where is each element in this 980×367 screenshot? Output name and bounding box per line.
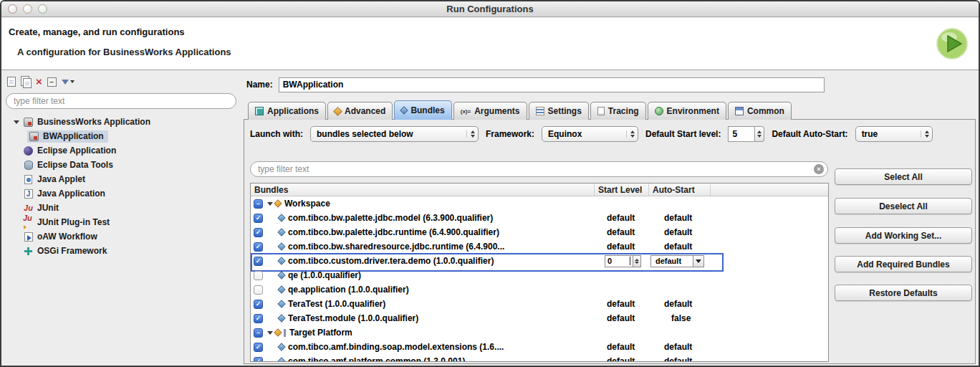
default-start-level-spinner[interactable]: 5 xyxy=(728,126,764,142)
name-input[interactable] xyxy=(279,77,825,92)
default-auto-start-select[interactable]: true xyxy=(855,126,933,142)
duplicate-configuration-button[interactable] xyxy=(21,75,31,88)
target-platform-icon xyxy=(274,328,282,336)
tracing-icon xyxy=(597,107,605,115)
twistie-icon[interactable] xyxy=(267,202,273,206)
table-row-group-target-platform[interactable]: Target Platform xyxy=(251,325,828,340)
table-row-selected[interactable]: com.tibco.custom.driver.tera.demo (1.0.0… xyxy=(251,254,828,268)
start-level-cell: default xyxy=(595,356,649,362)
clear-filter-icon[interactable]: × xyxy=(814,164,824,174)
stepper-icon[interactable] xyxy=(755,126,764,142)
launch-options-bar: Launch with: bundles selected below Fram… xyxy=(250,125,969,143)
column-header-start-level[interactable]: Start Level xyxy=(595,184,649,196)
table-row[interactable]: TeraTest.module (1.0.0.qualifier) defaul… xyxy=(251,311,828,325)
start-level-input[interactable]: 0 xyxy=(605,255,633,267)
column-header-bundles[interactable]: Bundles xyxy=(251,184,595,196)
start-level-cell: default xyxy=(595,313,649,323)
framework-select[interactable]: Equinox xyxy=(542,126,638,142)
tab-tracing[interactable]: Tracing xyxy=(590,102,646,120)
row-checkbox[interactable] xyxy=(254,199,263,209)
tab-bar: Applications Advanced Bundles Arguments … xyxy=(248,100,793,120)
sidebar-item-eclipse-data-tools[interactable]: Eclipse Data Tools xyxy=(6,158,241,172)
tree-item-label: Eclipse Application xyxy=(37,146,116,156)
table-row[interactable]: com.tibco.bw.palette.jdbc.runtime (6.4.9… xyxy=(251,225,828,239)
plugin-icon xyxy=(277,285,285,293)
sidebar-item-junit[interactable]: JUnit xyxy=(6,201,241,215)
twistie-icon[interactable] xyxy=(11,120,21,124)
sidebar-item-java-application[interactable]: JJava Application xyxy=(6,186,241,201)
table-row[interactable]: com.tibco.amf.platform.common (1.3.0.001… xyxy=(251,354,828,362)
collapse-all-button[interactable]: − xyxy=(47,75,57,88)
tree-item-label: BWApplication xyxy=(43,131,104,141)
row-checkbox[interactable] xyxy=(254,271,263,280)
row-checkbox[interactable] xyxy=(254,357,263,363)
row-checkbox[interactable] xyxy=(254,300,263,309)
auto-start-combo[interactable]: default xyxy=(650,255,704,267)
sidebar-item-bwapplication[interactable]: BWApplication xyxy=(6,129,241,143)
add-working-set-button[interactable]: Add Working Set... xyxy=(835,227,972,244)
tab-common[interactable]: Common xyxy=(728,102,792,120)
sidebar-item-businessworks-application[interactable]: BusinessWorks Application xyxy=(6,115,241,129)
tab-arguments[interactable]: Arguments xyxy=(453,102,527,120)
start-level-value: 5 xyxy=(728,126,755,142)
table-row-group-workspace[interactable]: Workspace xyxy=(251,196,828,211)
new-configuration-button[interactable] xyxy=(7,75,16,88)
row-label: TeraTest.module (1.0.0.qualifier) xyxy=(288,313,418,323)
row-label: com.tibco.custom.driver.tera.demo (1.0.0… xyxy=(288,256,494,266)
table-row[interactable]: qe (1.0.0.qualifier) xyxy=(251,268,828,282)
collapse-all-icon: − xyxy=(47,77,57,87)
row-checkbox[interactable] xyxy=(254,228,263,237)
row-checkbox[interactable] xyxy=(254,343,263,352)
deselect-all-button[interactable]: Deselect All xyxy=(835,198,972,214)
filter-menu-button[interactable] xyxy=(62,75,75,88)
row-checkbox[interactable] xyxy=(254,285,263,295)
table-row[interactable]: TeraTest (1.0.0.qualifier) default defau… xyxy=(251,297,828,311)
add-required-bundles-button[interactable]: Add Required Bundles xyxy=(835,256,972,272)
bundle-filter-input[interactable] xyxy=(250,161,828,177)
launch-with-select[interactable]: bundles selected below xyxy=(310,126,479,142)
column-header-auto-start[interactable]: Auto-Start xyxy=(649,184,711,196)
plugin-icon xyxy=(277,242,285,250)
java-icon: J xyxy=(23,189,34,199)
row-checkbox[interactable] xyxy=(254,257,263,266)
businessworks-icon xyxy=(23,117,34,128)
auto-start-editor: default xyxy=(649,255,735,267)
row-checkbox[interactable] xyxy=(254,328,263,338)
tab-applications[interactable]: Applications xyxy=(248,102,326,120)
table-row[interactable]: qe.application (1.0.0.qualifier) xyxy=(251,282,828,297)
sidebar-item-java-applet[interactable]: Java Applet xyxy=(6,172,241,186)
workspace-icon xyxy=(274,199,282,207)
stepper-icon[interactable] xyxy=(633,255,641,267)
tab-settings[interactable]: Settings xyxy=(529,102,589,120)
tab-bundles[interactable]: Bundles xyxy=(394,100,451,120)
restore-defaults-button[interactable]: Restore Defaults xyxy=(835,285,972,301)
applet-icon xyxy=(23,174,34,185)
tab-environment[interactable]: Environment xyxy=(648,102,726,120)
tab-advanced[interactable]: Advanced xyxy=(327,102,393,120)
twistie-icon[interactable] xyxy=(267,331,273,335)
tree-item-label: Java Application xyxy=(37,189,105,199)
name-row: Name: xyxy=(246,77,825,92)
select-all-button[interactable]: Select All xyxy=(835,168,972,185)
table-header: Bundles Start Level Auto-Start xyxy=(251,184,828,196)
combo-arrow-button[interactable] xyxy=(693,256,703,267)
delete-configuration-button[interactable]: × xyxy=(36,75,42,88)
settings-icon xyxy=(536,107,544,115)
workflow-icon xyxy=(23,232,34,242)
sidebar-filter-input[interactable] xyxy=(6,93,236,109)
table-row[interactable]: com.tibco.amf.binding.soap.model.extensi… xyxy=(251,340,828,354)
plugin-icon xyxy=(277,314,285,322)
sidebar-item-eclipse-application[interactable]: Eclipse Application xyxy=(6,143,241,158)
row-checkbox[interactable] xyxy=(254,314,263,323)
sidebar-item-junit-plugin-test[interactable]: JUnit Plug-in Test xyxy=(6,215,241,229)
dialog-body: × − BusinessWorks Application BWApplicat… xyxy=(1,71,979,366)
run-button[interactable] xyxy=(936,27,969,60)
sidebar-item-oaw-workflow[interactable]: oAW Workflow xyxy=(6,229,241,244)
sidebar-item-osgi-framework[interactable]: OSGi Framework xyxy=(6,244,241,258)
row-checkbox[interactable] xyxy=(254,242,263,252)
row-label: qe.application (1.0.0.qualifier) xyxy=(288,285,409,295)
table-row[interactable]: com.tibco.bw.sharedresource.jdbc.runtime… xyxy=(251,239,828,254)
row-checkbox[interactable] xyxy=(254,214,263,223)
table-row[interactable]: com.tibco.bw.palette.jdbc.model (6.3.900… xyxy=(251,211,828,225)
auto-start-cell: default xyxy=(649,242,711,252)
